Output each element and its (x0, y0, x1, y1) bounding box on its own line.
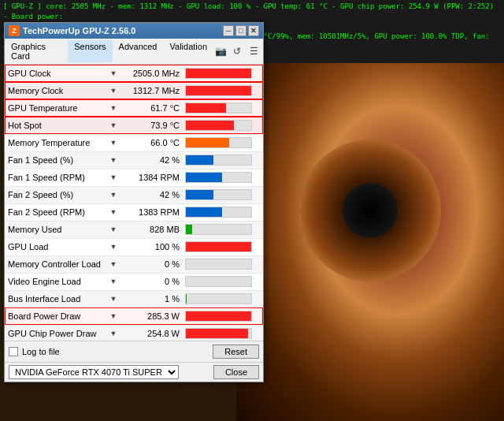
sensor-name: GPU Clock (5, 65, 107, 82)
sensor-dropdown-arrow[interactable]: ▼ (107, 238, 120, 255)
maximize-button[interactable]: □ (235, 25, 246, 36)
sensor-bar-fill (186, 329, 248, 338)
sensor-dropdown-arrow[interactable]: ▼ (107, 255, 120, 273)
sensor-dropdown-arrow[interactable]: ▼ (107, 99, 120, 117)
sensor-bar-cell (183, 117, 263, 134)
sensor-dropdown-arrow[interactable]: ▼ (107, 65, 120, 82)
sensor-dropdown-arrow[interactable]: ▼ (107, 169, 120, 186)
sensor-bar-fill (186, 138, 229, 147)
sensor-bar-cell (183, 238, 263, 255)
sensor-name: Memory Controller Load (5, 255, 107, 273)
sensor-bar (185, 276, 252, 287)
sensor-bar-cell (183, 307, 263, 325)
sensor-bar-cell (183, 273, 263, 290)
sensor-dropdown-arrow[interactable]: ▼ (107, 82, 120, 99)
sensor-dropdown-arrow[interactable]: ▼ (107, 221, 120, 238)
log-checkbox[interactable] (9, 347, 18, 356)
sensor-dropdown-arrow[interactable]: ▼ (107, 307, 120, 325)
sensor-bar-cell (183, 255, 263, 273)
sensor-bar-fill (186, 121, 234, 130)
sensor-dropdown-arrow[interactable]: ▼ (107, 290, 120, 307)
table-row: Fan 1 Speed (RPM)▼1384 RPM (5, 169, 263, 186)
sensor-dropdown-arrow[interactable]: ▼ (107, 186, 120, 203)
sensor-name: Bus Interface Load (5, 290, 107, 307)
sensor-bar-fill (186, 86, 251, 95)
sensor-dropdown-arrow[interactable]: ▼ (107, 151, 120, 169)
table-row: GPU Chip Power Draw▼254.8 W (5, 325, 263, 341)
sensor-bar (185, 85, 252, 96)
sensor-value: 254.8 W (120, 325, 183, 341)
reset-button[interactable]: Reset (213, 345, 259, 359)
sensor-bar-cell (183, 221, 263, 238)
sensor-name: Hot Spot (5, 117, 107, 134)
menu-icon[interactable]: ☰ (246, 44, 261, 58)
bottom-area: Log to file Reset (5, 341, 263, 362)
sensor-bar (185, 120, 252, 131)
sensor-bar-fill (186, 173, 222, 182)
sensor-bar (185, 102, 252, 114)
table-row: Fan 1 Speed (%)▼42 % (5, 151, 263, 169)
sensor-value: 285.3 W (120, 307, 183, 325)
sensor-bar (185, 68, 252, 79)
sensor-value: 1384 RPM (120, 169, 183, 186)
table-row: Memory Controller Load▼0 % (5, 255, 263, 273)
title-bar: Z TechPowerUp GPU-Z 2.56.0 ─ □ ✕ (5, 23, 263, 39)
sensor-bar-fill (186, 69, 251, 78)
sensor-bar-fill (186, 103, 226, 113)
close-button[interactable]: ✕ (248, 25, 259, 36)
sensor-bar-fill (186, 155, 213, 165)
minimize-button[interactable]: ─ (223, 25, 234, 36)
window-title: TechPowerUp GPU-Z 2.56.0 (23, 26, 135, 35)
table-row: Memory Temperature▼66.0 °C (5, 134, 263, 151)
sensor-dropdown-arrow[interactable]: ▼ (107, 203, 120, 221)
sensor-name: GPU Load (5, 238, 107, 255)
sensor-bar (185, 311, 252, 322)
sensor-bar (185, 293, 252, 304)
log-label: Log to file (22, 347, 60, 356)
sensor-name: Memory Temperature (5, 134, 107, 151)
sensor-bar (185, 259, 252, 270)
sensor-value: 1312.7 MHz (120, 82, 183, 99)
sensor-dropdown-arrow[interactable]: ▼ (107, 134, 120, 151)
table-row: Video Engine Load▼0 % (5, 273, 263, 290)
menu-sensors[interactable]: Sensors (68, 40, 112, 62)
table-row: Hot Spot▼73.9 °C (5, 117, 263, 134)
gpu-z-window: Z TechPowerUp GPU-Z 2.56.0 ─ □ ✕ Graphic… (4, 22, 264, 382)
sensor-bar-cell (183, 99, 263, 117)
menu-advanced[interactable]: Advanced (113, 40, 164, 62)
table-row: GPU Temperature▼61.7 °C (5, 99, 263, 117)
sensor-name: Board Power Draw (5, 307, 107, 325)
sensor-value: 73.9 °C (120, 117, 183, 134)
sensor-dropdown-arrow[interactable]: ▼ (107, 117, 120, 134)
table-row: GPU Load▼100 % (5, 238, 263, 255)
sensor-bar-cell (183, 151, 263, 169)
sensor-dropdown-arrow[interactable]: ▼ (107, 273, 120, 290)
sensor-value: 828 MB (120, 221, 183, 238)
sensor-name: Video Engine Load (5, 273, 107, 290)
table-row: Bus Interface Load▼1 % (5, 290, 263, 307)
sensor-bar-cell (183, 325, 263, 341)
gpu-selector[interactable]: NVIDIA GeForce RTX 4070 Ti SUPER (9, 365, 179, 379)
menu-graphics-card[interactable]: Graphics Card (5, 40, 68, 62)
refresh-icon[interactable]: ↺ (230, 44, 244, 58)
sensor-value: 66.0 °C (120, 134, 183, 151)
sensor-bar-fill (186, 311, 251, 321)
gpu-selector-row: NVIDIA GeForce RTX 4070 Ti SUPER Close (5, 362, 263, 382)
sensor-bar-fill (186, 207, 222, 217)
title-bar-controls: ─ □ ✕ (223, 25, 259, 36)
sensor-value: 1 % (120, 290, 183, 307)
sensor-name: Fan 1 Speed (%) (5, 151, 107, 169)
close-main-button[interactable]: Close (213, 365, 259, 379)
sensor-bar-fill (186, 190, 213, 199)
sensor-value: 42 % (120, 151, 183, 169)
sensor-bar-cell (183, 65, 263, 82)
camera-icon[interactable]: 📷 (213, 44, 228, 58)
table-row: Fan 2 Speed (RPM)▼1383 RPM (5, 203, 263, 221)
topbar-line1: [ GPU-Z ] core: 2505 MHz - mem: 1312 MHz… (3, 2, 501, 21)
sensor-bar-cell (183, 82, 263, 99)
menu-validation[interactable]: Validation (164, 40, 214, 62)
sensor-bar-fill (186, 294, 187, 304)
sensor-bar (185, 328, 252, 339)
table-row: GPU Clock▼2505.0 MHz (5, 65, 263, 82)
sensor-dropdown-arrow[interactable]: ▼ (107, 325, 120, 341)
